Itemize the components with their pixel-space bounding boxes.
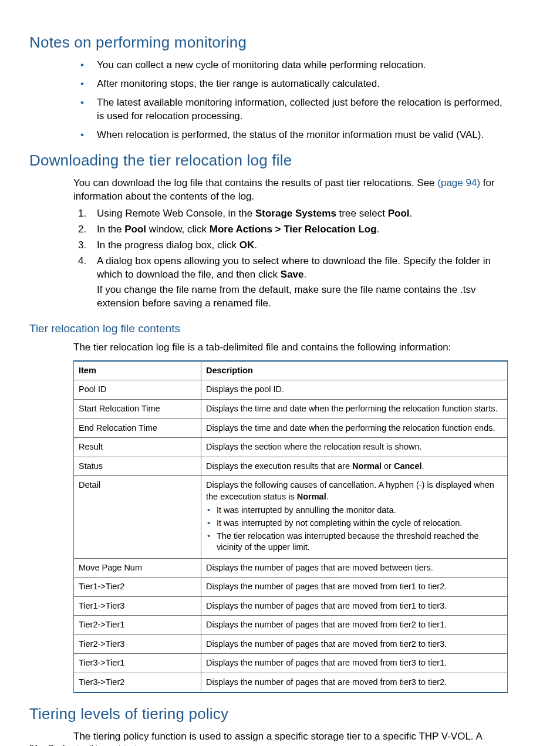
- table-row: Start Relocation Time Displays the time …: [74, 400, 508, 419]
- cell-desc: Displays the number of pages that are mo…: [201, 578, 508, 597]
- cell-item: Result: [74, 438, 201, 457]
- section-body: You can download the log file that conta…: [73, 177, 510, 310]
- intro-text: You can download the log file that conta…: [73, 177, 510, 204]
- cell-desc: Displays the number of pages that are mo…: [201, 654, 508, 673]
- step-item: In the Pool window, click More Actions >…: [73, 223, 510, 237]
- table-row: Tier3->Tier2 Displays the number of page…: [74, 673, 508, 693]
- list-item: The tier relocation was interrupted beca…: [206, 531, 502, 553]
- bold-text: Pool: [388, 208, 410, 219]
- table-row: Tier2->Tier3 Displays the number of page…: [74, 634, 508, 654]
- log-fields-table: Item Description Pool ID Displays the po…: [73, 360, 508, 693]
- chapter-title: Configuring thin provisioning: [48, 743, 144, 746]
- list-item: It was interrupted by annulling the moni…: [206, 505, 502, 517]
- text: Displays the following causes of cancell…: [206, 480, 494, 501]
- step-item: Using Remote Web Console, in the Storage…: [73, 207, 510, 221]
- text: In the: [97, 224, 124, 235]
- cell-desc: Displays the following causes of cancell…: [201, 476, 508, 558]
- cell-desc: Displays the number of pages that are mo…: [201, 596, 508, 616]
- bold-text: Normal: [352, 461, 382, 471]
- cell-desc: Displays the execution results that are …: [201, 457, 508, 476]
- list-item: You can collect a new cycle of monitorin…: [73, 59, 510, 72]
- table-row: Tier3->Tier1 Displays the number of page…: [74, 654, 508, 673]
- cell-desc: Displays the number of pages that are mo…: [201, 616, 508, 635]
- cell-item: Tier1->Tier3: [74, 596, 201, 616]
- table-row: Move Page Num Displays the number of pag…: [74, 558, 508, 578]
- cell-desc: Displays the pool ID.: [201, 380, 508, 400]
- bullet-list: You can collect a new cycle of monitorin…: [73, 59, 510, 142]
- bold-text: OK: [239, 239, 255, 251]
- table-row: Tier1->Tier3 Displays the number of page…: [74, 596, 508, 616]
- text: In the progress dialog box, click: [97, 239, 239, 251]
- inner-bullet-list: It was interrupted by annulling the moni…: [206, 505, 502, 553]
- heading-tiering-levels: Tiering levels of tiering policy: [29, 704, 510, 724]
- table-row: Pool ID Displays the pool ID.: [74, 380, 508, 400]
- bold-text: Storage Systems: [255, 208, 336, 219]
- bold-text: Normal: [297, 492, 326, 501]
- page-number: 94: [29, 743, 38, 746]
- cell-item: Pool ID: [74, 380, 201, 400]
- table-row: Detail Displays the following causes of …: [74, 476, 508, 558]
- table-row: Status Displays the execution results th…: [74, 457, 508, 476]
- text: Using Remote Web Console, in the: [97, 208, 255, 219]
- text: You can download the log file that conta…: [73, 177, 437, 188]
- cell-desc: Displays the number of pages that are mo…: [201, 673, 508, 693]
- text: .: [304, 269, 307, 280]
- cell-item: End Relocation Time: [74, 418, 201, 438]
- table-row: End Relocation Time Displays the time an…: [74, 418, 508, 438]
- step-item: In the progress dialog box, click OK.: [73, 239, 510, 252]
- cell-item: Tier3->Tier1: [74, 654, 201, 673]
- cell-item: Tier2->Tier3: [74, 634, 201, 654]
- cell-desc: Displays the section where the relocatio…: [201, 438, 508, 457]
- table-row: Tier2->Tier1 Displays the number of page…: [74, 616, 508, 635]
- table-row: Tier1->Tier2 Displays the number of page…: [74, 578, 508, 597]
- cell-item: Detail: [74, 476, 201, 558]
- list-item: When relocation is performed, the status…: [73, 129, 510, 142]
- section-body: You can collect a new cycle of monitorin…: [73, 59, 510, 142]
- cell-item: Tier2->Tier1: [74, 616, 201, 635]
- table-row: Result Displays the section where the re…: [74, 438, 508, 457]
- cell-desc: Displays the number of pages that are mo…: [201, 558, 508, 578]
- ordered-steps: Using Remote Web Console, in the Storage…: [73, 207, 510, 311]
- column-header-description: Description: [201, 361, 508, 380]
- list-item: It was interrupted by not completing wit…: [206, 518, 502, 529]
- text: .: [377, 224, 380, 235]
- bold-text: Cancel: [394, 461, 422, 471]
- list-item: After monitoring stops, the tier range i…: [73, 77, 510, 91]
- cell-desc: Displays the number of pages that are mo…: [201, 634, 508, 654]
- text: Displays the execution results that are: [206, 461, 352, 471]
- text: .: [410, 208, 413, 219]
- text: .: [326, 492, 329, 501]
- page-cross-reference[interactable]: (page 94): [437, 177, 480, 188]
- cell-desc: Displays the time and date when the perf…: [201, 400, 508, 419]
- cell-item: Tier3->Tier2: [74, 673, 201, 693]
- section-body: The tier relocation log file is a tab-de…: [73, 341, 510, 355]
- bold-text: More Actions > Tier Relocation Log: [210, 224, 377, 235]
- intro-text: The tier relocation log file is a tab-de…: [73, 341, 510, 355]
- heading-downloading-log: Downloading the tier relocation log file: [29, 150, 510, 171]
- text: window, click: [146, 224, 210, 235]
- heading-log-contents: Tier relocation log file contents: [29, 321, 510, 336]
- step-item: A dialog box opens allowing you to selec…: [73, 255, 510, 311]
- heading-notes-monitoring: Notes on performing monitoring: [29, 32, 510, 53]
- step-sub-text: If you change the file name from the def…: [97, 283, 510, 310]
- text: .: [422, 461, 424, 471]
- column-header-item: Item: [74, 361, 201, 380]
- list-item: The latest available monitoring informat…: [73, 96, 510, 123]
- cell-item: Tier1->Tier2: [74, 578, 201, 597]
- text: tree select: [336, 208, 388, 219]
- cell-item: Start Relocation Time: [74, 400, 201, 419]
- bold-text: Pool: [124, 224, 146, 235]
- bold-text: Save: [281, 269, 304, 280]
- page-footer: 94 Configuring thin provisioning: [29, 742, 144, 746]
- table-header-row: Item Description: [74, 361, 508, 380]
- cell-desc: Displays the time and date when the perf…: [201, 418, 508, 438]
- text: or: [382, 461, 394, 471]
- cell-item: Move Page Num: [74, 558, 201, 578]
- text: .: [254, 239, 257, 251]
- cell-item: Status: [74, 457, 201, 476]
